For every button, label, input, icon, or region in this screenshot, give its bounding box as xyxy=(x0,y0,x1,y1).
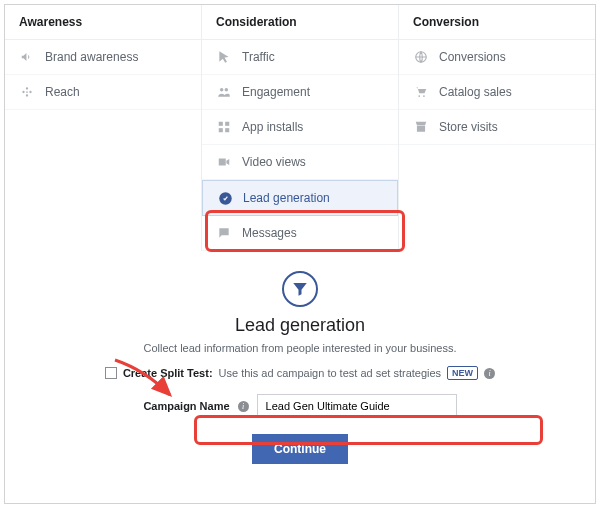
split-test-row: Create Split Test: Use this ad campaign … xyxy=(105,366,495,380)
globe-icon xyxy=(413,49,429,65)
campaign-name-label: Campaign Name xyxy=(143,400,229,412)
item-messages[interactable]: Messages xyxy=(202,216,398,251)
objective-columns: Awareness Brand awareness Reach Consider… xyxy=(5,5,595,251)
svg-point-14 xyxy=(423,95,425,97)
item-app-installs[interactable]: App installs xyxy=(202,110,398,145)
item-label: Store visits xyxy=(439,120,498,134)
col-header-consideration: Consideration xyxy=(202,5,398,40)
megaphone-icon xyxy=(19,49,35,65)
item-label: Catalog sales xyxy=(439,85,512,99)
col-consideration: Consideration Traffic Engagement App ins… xyxy=(202,5,399,251)
item-brand-awareness[interactable]: Brand awareness xyxy=(5,40,201,75)
item-label: Lead generation xyxy=(243,191,330,205)
people-icon xyxy=(216,84,232,100)
item-store-visits[interactable]: Store visits xyxy=(399,110,595,145)
item-label: Conversions xyxy=(439,50,506,64)
svg-rect-7 xyxy=(219,122,223,126)
item-label: Reach xyxy=(45,85,80,99)
svg-point-4 xyxy=(26,91,28,93)
new-badge: NEW xyxy=(447,366,478,380)
item-conversions[interactable]: Conversions xyxy=(399,40,595,75)
apps-icon xyxy=(216,119,232,135)
video-icon xyxy=(216,154,232,170)
col-awareness: Awareness Brand awareness Reach xyxy=(5,5,202,251)
campaign-name-row: Campaign Name i xyxy=(143,394,456,418)
col-header-awareness: Awareness xyxy=(5,5,201,40)
svg-point-13 xyxy=(418,95,420,97)
split-test-checkbox[interactable] xyxy=(105,367,117,379)
item-traffic[interactable]: Traffic xyxy=(202,40,398,75)
detail-subtitle: Collect lead information from people int… xyxy=(5,342,595,354)
item-video-views[interactable]: Video views xyxy=(202,145,398,180)
item-label: Brand awareness xyxy=(45,50,138,64)
info-icon[interactable]: i xyxy=(484,368,495,379)
continue-button[interactable]: Continue xyxy=(252,434,348,464)
item-lead-generation[interactable]: Lead generation xyxy=(202,180,398,216)
svg-point-6 xyxy=(225,88,229,92)
split-test-desc: Use this ad campaign to test ad set stra… xyxy=(219,367,442,379)
item-catalog-sales[interactable]: Catalog sales xyxy=(399,75,595,110)
store-icon xyxy=(413,119,429,135)
item-label: Messages xyxy=(242,226,297,240)
col-header-conversion: Conversion xyxy=(399,5,595,40)
svg-point-1 xyxy=(26,87,28,89)
reach-icon xyxy=(19,84,35,100)
funnel-icon xyxy=(282,271,318,307)
svg-point-2 xyxy=(29,91,31,93)
item-engagement[interactable]: Engagement xyxy=(202,75,398,110)
item-label: Traffic xyxy=(242,50,275,64)
campaign-name-input[interactable] xyxy=(257,394,457,418)
item-label: Engagement xyxy=(242,85,310,99)
svg-rect-8 xyxy=(225,122,229,126)
col-conversion: Conversion Conversions Catalog sales Sto… xyxy=(399,5,595,251)
objective-chooser: Awareness Brand awareness Reach Consider… xyxy=(4,4,596,504)
cart-icon xyxy=(413,84,429,100)
svg-point-5 xyxy=(220,88,224,92)
objective-detail: Lead generation Collect lead information… xyxy=(5,251,595,464)
item-label: Video views xyxy=(242,155,306,169)
svg-rect-9 xyxy=(219,128,223,132)
svg-rect-10 xyxy=(225,128,229,132)
messages-icon xyxy=(216,225,232,241)
cursor-icon xyxy=(216,49,232,65)
info-icon[interactable]: i xyxy=(238,401,249,412)
item-label: App installs xyxy=(242,120,303,134)
detail-title: Lead generation xyxy=(5,315,595,336)
item-reach[interactable]: Reach xyxy=(5,75,201,110)
split-test-label: Create Split Test: xyxy=(123,367,213,379)
svg-point-3 xyxy=(26,94,28,96)
svg-point-0 xyxy=(22,91,24,93)
check-circle-icon xyxy=(217,190,233,206)
